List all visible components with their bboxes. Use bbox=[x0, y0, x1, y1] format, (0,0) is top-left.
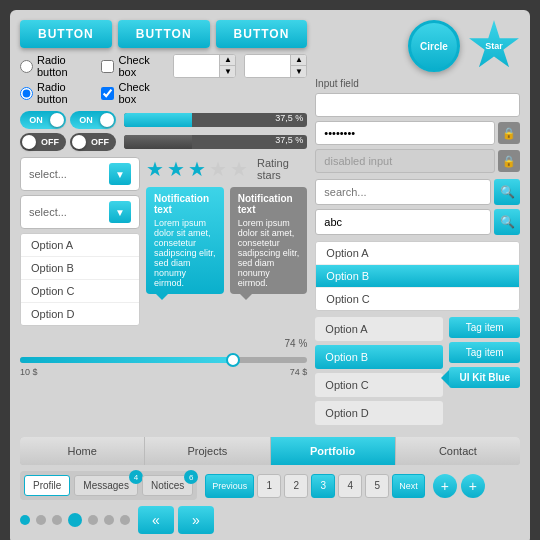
search-wrap-2: 🔍 bbox=[315, 209, 520, 235]
dropdown-option-b[interactable]: Option B bbox=[21, 257, 139, 280]
toggle-on-label-1: ON bbox=[22, 115, 50, 125]
number-input-2[interactable]: 4,1 ▲ ▼ bbox=[244, 54, 307, 78]
star-4[interactable]: ★ bbox=[209, 157, 227, 181]
dot-6[interactable] bbox=[104, 515, 114, 525]
star-3[interactable]: ★ bbox=[188, 157, 206, 181]
slider-thumb[interactable] bbox=[226, 353, 240, 367]
toggle-off-1[interactable]: OFF bbox=[20, 133, 66, 151]
nav-tab-home[interactable]: Home bbox=[20, 437, 145, 465]
search-button-1[interactable]: 🔍 bbox=[494, 179, 520, 205]
slider-max: 74 $ bbox=[290, 367, 308, 377]
dot-4[interactable] bbox=[68, 513, 82, 527]
input-field-label: Input field bbox=[315, 78, 520, 89]
search-button-2[interactable]: 🔍 bbox=[494, 209, 520, 235]
spin-up-2[interactable]: ▲ bbox=[290, 55, 306, 66]
toggle-knob-1 bbox=[50, 113, 64, 127]
toggle-knob-2 bbox=[100, 113, 114, 127]
bottom-option-b[interactable]: Option B bbox=[315, 345, 443, 369]
add-btn-1[interactable]: + bbox=[433, 474, 457, 498]
full-width-section: Home Projects Portfolio Contact Profile … bbox=[20, 433, 520, 534]
star-2[interactable]: ★ bbox=[167, 157, 185, 181]
check-item-2[interactable]: Check box bbox=[101, 81, 165, 105]
bottom-option-c[interactable]: Option C bbox=[315, 373, 443, 397]
toggle-off-2[interactable]: OFF bbox=[70, 133, 116, 151]
spin-down-2[interactable]: ▼ bbox=[290, 66, 306, 77]
dot-5[interactable] bbox=[88, 515, 98, 525]
right-option-b[interactable]: Option B bbox=[316, 265, 519, 288]
arrow-left[interactable]: « bbox=[138, 506, 174, 534]
radio-item-1[interactable]: Radio button bbox=[20, 54, 93, 78]
input-row-password: 🔒 bbox=[315, 121, 520, 145]
page-5[interactable]: 5 bbox=[365, 474, 389, 498]
radio-item-2[interactable]: Radio button bbox=[20, 81, 93, 105]
button-2[interactable]: BUTTON bbox=[118, 20, 210, 48]
number-field-1[interactable]: 1000 bbox=[174, 55, 219, 77]
search-input-1[interactable] bbox=[315, 179, 491, 205]
text-input-1[interactable] bbox=[315, 93, 520, 117]
nav-tab-portfolio[interactable]: Portfolio bbox=[271, 437, 396, 465]
dot-1[interactable] bbox=[20, 515, 30, 525]
circle-badge[interactable]: Circle bbox=[408, 20, 460, 72]
radio-1[interactable] bbox=[20, 60, 33, 73]
page-4[interactable]: 4 bbox=[338, 474, 362, 498]
bottom-option-d[interactable]: Option D bbox=[315, 401, 443, 425]
radio-2[interactable] bbox=[20, 87, 33, 100]
check-item-1[interactable]: Check box bbox=[101, 54, 165, 78]
stars-row: ★ ★ ★ ★ ★ Rating stars bbox=[146, 157, 307, 181]
spin-down-1[interactable]: ▼ bbox=[219, 66, 235, 77]
star-1[interactable]: ★ bbox=[146, 157, 164, 181]
number-input-1[interactable]: 1000 ▲ ▼ bbox=[173, 54, 236, 78]
bottom-right-section: Option A Option B Option C Option D Tag … bbox=[315, 317, 520, 425]
checkbox-1[interactable] bbox=[101, 60, 114, 73]
select-2[interactable]: select... ▼ bbox=[20, 195, 140, 229]
right-dropdown: Option A Option B Option C bbox=[315, 241, 520, 311]
page-2[interactable]: 2 bbox=[284, 474, 308, 498]
number-field-2[interactable]: 4,1 bbox=[245, 55, 290, 77]
progress-label-2: 37,5 % bbox=[275, 135, 303, 145]
page-prev[interactable]: Previous bbox=[205, 474, 254, 498]
progress-label-1: 37,5 % bbox=[275, 113, 303, 123]
right-option-c[interactable]: Option C bbox=[316, 288, 519, 310]
button-1[interactable]: BUTTON bbox=[20, 20, 112, 48]
page-1[interactable]: 1 bbox=[257, 474, 281, 498]
select-arrow-1: ▼ bbox=[109, 163, 131, 185]
bottom-option-a[interactable]: Option A bbox=[315, 317, 443, 341]
progress-bar-1: 37,5 % bbox=[124, 111, 307, 129]
password-input[interactable] bbox=[315, 121, 495, 145]
dot-2[interactable] bbox=[36, 515, 46, 525]
dropdown-option-d[interactable]: Option D bbox=[21, 303, 139, 325]
dropdown-option-a[interactable]: Option A bbox=[21, 234, 139, 257]
select-placeholder-2: select... bbox=[29, 206, 67, 218]
dot-3[interactable] bbox=[52, 515, 62, 525]
checkbox-2[interactable] bbox=[101, 87, 114, 100]
page-3[interactable]: 3 bbox=[311, 474, 335, 498]
add-btn-2[interactable]: + bbox=[461, 474, 485, 498]
search-input-2[interactable] bbox=[315, 209, 491, 235]
spin-up-1[interactable]: ▲ bbox=[219, 55, 235, 66]
arrow-right[interactable]: » bbox=[178, 506, 214, 534]
select-arrow-2: ▼ bbox=[109, 201, 131, 223]
tag-btn-2[interactable]: Tag item bbox=[449, 342, 520, 363]
sub-tab-notices[interactable]: Notices 6 bbox=[142, 475, 193, 496]
slider-track[interactable] bbox=[20, 357, 307, 363]
toggle-on-label-2: ON bbox=[72, 115, 100, 125]
right-option-a[interactable]: Option A bbox=[316, 242, 519, 265]
toggle-on-1[interactable]: ON bbox=[20, 111, 66, 129]
tag-btn-1[interactable]: Tag item bbox=[449, 317, 520, 338]
dot-7[interactable] bbox=[120, 515, 130, 525]
toggle-on-2[interactable]: ON bbox=[70, 111, 116, 129]
sub-tab-messages[interactable]: Messages 4 bbox=[74, 475, 138, 496]
select-1[interactable]: select... ▼ bbox=[20, 157, 140, 191]
input-row-disabled: 🔒 bbox=[315, 149, 520, 173]
progress-fill-1 bbox=[124, 113, 192, 127]
dropdown-option-c[interactable]: Option C bbox=[21, 280, 139, 303]
notifications-row: Notification text Lorem ipsum dolor sit … bbox=[146, 187, 307, 294]
page-next[interactable]: Next bbox=[392, 474, 425, 498]
nav-tab-projects[interactable]: Projects bbox=[145, 437, 270, 465]
button-3[interactable]: BUTTON bbox=[216, 20, 308, 48]
slider-fill bbox=[20, 357, 233, 363]
star-badge[interactable]: Star bbox=[468, 20, 520, 72]
nav-tab-contact[interactable]: Contact bbox=[396, 437, 520, 465]
star-5[interactable]: ★ bbox=[230, 157, 248, 181]
sub-tab-profile[interactable]: Profile bbox=[24, 475, 70, 496]
